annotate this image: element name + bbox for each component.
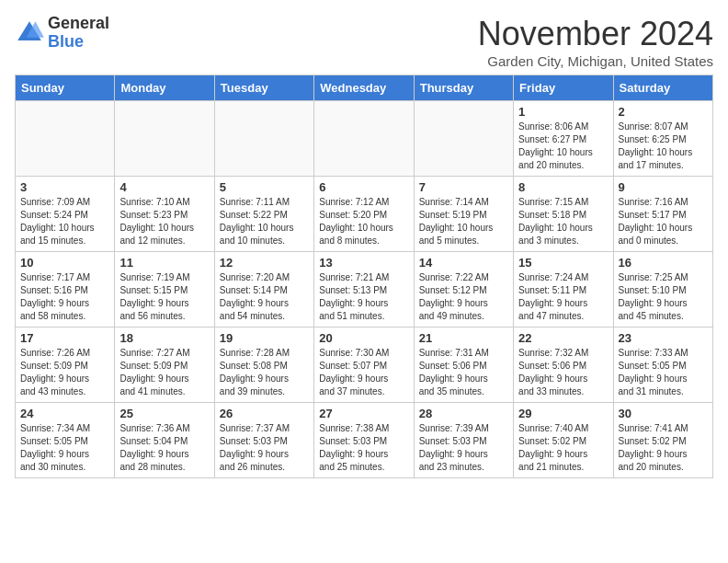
weekday-header: Saturday [613, 75, 712, 101]
day-info: Sunrise: 8:07 AM Sunset: 6:25 PM Dayligh… [619, 121, 708, 172]
day-number: 6 [319, 180, 408, 194]
calendar-week-row: 1Sunrise: 8:06 AM Sunset: 6:27 PM Daylig… [16, 101, 713, 177]
calendar-cell: 30Sunrise: 7:41 AM Sunset: 5:02 PM Dayli… [613, 403, 712, 478]
calendar-cell: 8Sunrise: 7:15 AM Sunset: 5:18 PM Daylig… [514, 177, 613, 252]
day-info: Sunrise: 7:38 AM Sunset: 5:03 PM Dayligh… [319, 422, 408, 474]
calendar-cell [115, 101, 214, 177]
day-number: 28 [419, 407, 508, 420]
weekday-header: Sunday [16, 75, 115, 101]
calendar-cell: 7Sunrise: 7:14 AM Sunset: 5:19 PM Daylig… [414, 177, 513, 252]
calendar-cell: 16Sunrise: 7:25 AM Sunset: 5:10 PM Dayli… [613, 252, 712, 327]
day-info: Sunrise: 7:40 AM Sunset: 5:02 PM Dayligh… [518, 422, 608, 474]
day-number: 14 [419, 256, 508, 270]
day-number: 8 [518, 180, 608, 194]
calendar-cell: 29Sunrise: 7:40 AM Sunset: 5:02 PM Dayli… [514, 403, 613, 478]
logo-text: General Blue [48, 15, 109, 52]
calendar-cell [414, 101, 513, 177]
day-info: Sunrise: 7:28 AM Sunset: 5:08 PM Dayligh… [220, 347, 309, 398]
day-info: Sunrise: 7:12 AM Sunset: 5:20 PM Dayligh… [319, 196, 408, 247]
day-number: 20 [319, 331, 408, 345]
day-number: 13 [319, 256, 408, 270]
day-info: Sunrise: 7:17 AM Sunset: 5:16 PM Dayligh… [20, 271, 109, 323]
logo-general: General [48, 15, 109, 33]
day-number: 21 [419, 331, 508, 345]
calendar-table: SundayMondayTuesdayWednesdayThursdayFrid… [15, 75, 713, 478]
day-number: 16 [619, 256, 708, 270]
calendar-cell: 17Sunrise: 7:26 AM Sunset: 5:09 PM Dayli… [16, 327, 115, 403]
day-info: Sunrise: 7:30 AM Sunset: 5:07 PM Dayligh… [319, 347, 408, 398]
weekday-header: Friday [514, 75, 613, 101]
calendar-cell: 27Sunrise: 7:38 AM Sunset: 5:03 PM Dayli… [314, 403, 414, 478]
calendar-cell: 4Sunrise: 7:10 AM Sunset: 5:23 PM Daylig… [115, 177, 214, 252]
calendar-cell: 21Sunrise: 7:31 AM Sunset: 5:06 PM Dayli… [414, 327, 513, 403]
day-number: 2 [619, 105, 708, 119]
day-number: 10 [20, 256, 109, 270]
day-info: Sunrise: 7:20 AM Sunset: 5:14 PM Dayligh… [220, 271, 309, 323]
day-number: 11 [119, 256, 209, 270]
day-number: 4 [119, 180, 209, 194]
day-info: Sunrise: 7:34 AM Sunset: 5:05 PM Dayligh… [20, 422, 109, 474]
calendar-week-row: 3Sunrise: 7:09 AM Sunset: 5:24 PM Daylig… [16, 177, 713, 252]
day-number: 29 [518, 407, 608, 420]
day-info: Sunrise: 7:10 AM Sunset: 5:23 PM Dayligh… [119, 196, 209, 247]
calendar-cell: 3Sunrise: 7:09 AM Sunset: 5:24 PM Daylig… [16, 177, 115, 252]
calendar-cell: 18Sunrise: 7:27 AM Sunset: 5:09 PM Dayli… [115, 327, 214, 403]
calendar-cell: 10Sunrise: 7:17 AM Sunset: 5:16 PM Dayli… [16, 252, 115, 327]
day-number: 9 [619, 180, 708, 194]
calendar-cell: 26Sunrise: 7:37 AM Sunset: 5:03 PM Dayli… [214, 403, 313, 478]
day-number: 5 [220, 180, 309, 194]
weekday-header: Tuesday [214, 75, 313, 101]
day-number: 12 [220, 256, 309, 270]
weekday-header-row: SundayMondayTuesdayWednesdayThursdayFrid… [16, 75, 713, 101]
day-info: Sunrise: 7:24 AM Sunset: 5:11 PM Dayligh… [518, 271, 608, 323]
logo-area: General Blue [15, 15, 109, 52]
calendar-cell: 6Sunrise: 7:12 AM Sunset: 5:20 PM Daylig… [314, 177, 414, 252]
day-info: Sunrise: 7:41 AM Sunset: 5:02 PM Dayligh… [619, 422, 708, 474]
day-number: 3 [20, 180, 109, 194]
calendar-cell: 15Sunrise: 7:24 AM Sunset: 5:11 PM Dayli… [514, 252, 613, 327]
calendar-cell [16, 101, 115, 177]
day-info: Sunrise: 7:33 AM Sunset: 5:05 PM Dayligh… [619, 347, 708, 398]
day-info: Sunrise: 7:19 AM Sunset: 5:15 PM Dayligh… [119, 271, 209, 323]
day-info: Sunrise: 7:26 AM Sunset: 5:09 PM Dayligh… [20, 347, 109, 398]
logo-icon [15, 18, 44, 48]
day-number: 23 [619, 331, 708, 345]
calendar-cell: 2Sunrise: 8:07 AM Sunset: 6:25 PM Daylig… [613, 101, 712, 177]
title-area: November 2024 Garden City, Michigan, Uni… [478, 15, 713, 69]
weekday-header: Monday [115, 75, 214, 101]
day-number: 26 [220, 407, 309, 420]
calendar-cell: 19Sunrise: 7:28 AM Sunset: 5:08 PM Dayli… [214, 327, 313, 403]
weekday-header: Wednesday [314, 75, 414, 101]
day-info: Sunrise: 7:16 AM Sunset: 5:17 PM Dayligh… [619, 196, 708, 247]
day-number: 19 [220, 331, 309, 345]
day-number: 24 [20, 407, 109, 420]
day-number: 27 [319, 407, 408, 420]
calendar-week-row: 10Sunrise: 7:17 AM Sunset: 5:16 PM Dayli… [16, 252, 713, 327]
calendar-cell: 13Sunrise: 7:21 AM Sunset: 5:13 PM Dayli… [314, 252, 414, 327]
month-title: November 2024 [478, 15, 713, 53]
page-header: General Blue November 2024 Garden City, … [15, 15, 713, 69]
day-info: Sunrise: 7:37 AM Sunset: 5:03 PM Dayligh… [220, 422, 309, 474]
day-info: Sunrise: 7:15 AM Sunset: 5:18 PM Dayligh… [518, 196, 608, 247]
calendar-cell: 23Sunrise: 7:33 AM Sunset: 5:05 PM Dayli… [613, 327, 712, 403]
day-info: Sunrise: 7:09 AM Sunset: 5:24 PM Dayligh… [20, 196, 109, 247]
day-info: Sunrise: 7:32 AM Sunset: 5:06 PM Dayligh… [518, 347, 608, 398]
day-number: 25 [119, 407, 209, 420]
day-info: Sunrise: 7:25 AM Sunset: 5:10 PM Dayligh… [619, 271, 708, 323]
day-info: Sunrise: 8:06 AM Sunset: 6:27 PM Dayligh… [518, 121, 608, 172]
calendar-cell: 12Sunrise: 7:20 AM Sunset: 5:14 PM Dayli… [214, 252, 313, 327]
calendar-cell: 5Sunrise: 7:11 AM Sunset: 5:22 PM Daylig… [214, 177, 313, 252]
day-info: Sunrise: 7:36 AM Sunset: 5:04 PM Dayligh… [119, 422, 209, 474]
day-info: Sunrise: 7:22 AM Sunset: 5:12 PM Dayligh… [419, 271, 508, 323]
calendar-week-row: 17Sunrise: 7:26 AM Sunset: 5:09 PM Dayli… [16, 327, 713, 403]
calendar-cell: 14Sunrise: 7:22 AM Sunset: 5:12 PM Dayli… [414, 252, 513, 327]
day-info: Sunrise: 7:14 AM Sunset: 5:19 PM Dayligh… [419, 196, 508, 247]
calendar-cell: 9Sunrise: 7:16 AM Sunset: 5:17 PM Daylig… [613, 177, 712, 252]
calendar-cell [314, 101, 414, 177]
day-number: 17 [20, 331, 109, 345]
day-info: Sunrise: 7:31 AM Sunset: 5:06 PM Dayligh… [419, 347, 508, 398]
calendar-week-row: 24Sunrise: 7:34 AM Sunset: 5:05 PM Dayli… [16, 403, 713, 478]
calendar-cell: 1Sunrise: 8:06 AM Sunset: 6:27 PM Daylig… [514, 101, 613, 177]
day-info: Sunrise: 7:39 AM Sunset: 5:03 PM Dayligh… [419, 422, 508, 474]
calendar-cell [214, 101, 313, 177]
